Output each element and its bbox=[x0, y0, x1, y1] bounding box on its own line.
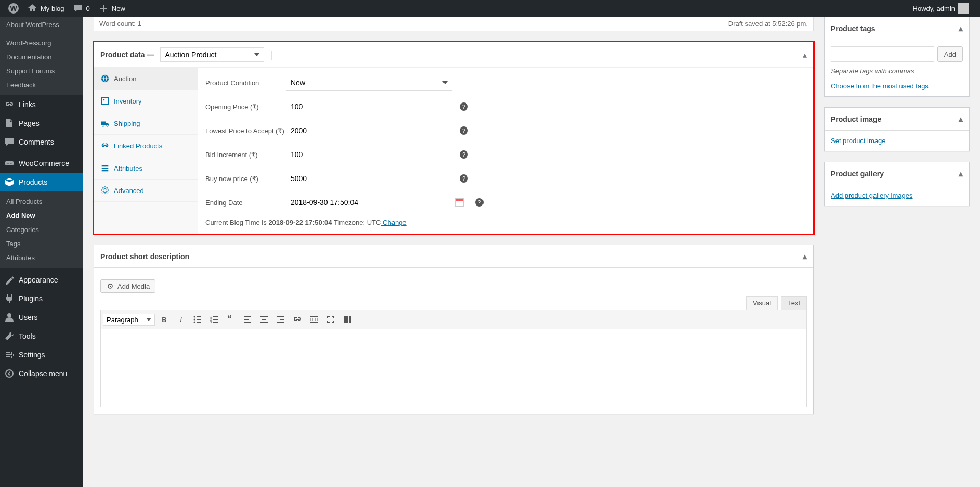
editor-tab-visual[interactable]: Visual bbox=[746, 296, 778, 310]
tab-attributes[interactable]: Attributes bbox=[94, 157, 198, 179]
image-title: Product image bbox=[831, 115, 881, 123]
menu-about-wordpress[interactable]: About WordPress bbox=[0, 17, 83, 33]
paragraph-select[interactable]: Paragraph bbox=[103, 314, 155, 326]
tab-inventory[interactable]: Inventory bbox=[94, 90, 198, 112]
menu-settings[interactable]: Settings bbox=[0, 345, 83, 364]
fullscreen-button[interactable] bbox=[323, 312, 338, 327]
panel-toggle[interactable]: ▴ bbox=[803, 50, 807, 60]
admin-bar: W My blog 0 New Howdy, admin bbox=[0, 0, 980, 17]
settings-icon bbox=[4, 350, 15, 360]
editor-tab-text[interactable]: Text bbox=[781, 296, 807, 310]
svg-rect-0 bbox=[958, 3, 969, 14]
help-icon[interactable]: ? bbox=[475, 198, 484, 207]
svg-rect-47 bbox=[349, 321, 351, 323]
buy-now-input[interactable] bbox=[286, 171, 452, 186]
align-right-button[interactable] bbox=[273, 312, 288, 327]
comments-menu[interactable]: 0 bbox=[69, 0, 94, 17]
menu-comments[interactable]: Comments bbox=[0, 133, 83, 151]
appearance-icon bbox=[4, 275, 15, 285]
site-name-menu[interactable]: My blog bbox=[23, 0, 69, 17]
product-type-select[interactable]: Auction Product bbox=[160, 47, 264, 62]
numbered-list-button[interactable]: 123 bbox=[207, 312, 221, 327]
blockquote-button[interactable]: ❝ bbox=[224, 312, 238, 327]
submenu-tags[interactable]: Tags bbox=[0, 237, 83, 251]
submenu-add-new[interactable]: Add New bbox=[0, 209, 83, 223]
menu-users[interactable]: Users bbox=[0, 308, 83, 327]
menu-documentation[interactable]: Documentation bbox=[0, 50, 83, 64]
panel-toggle[interactable]: ▴ bbox=[803, 251, 807, 261]
italic-button[interactable]: I bbox=[174, 312, 188, 327]
link-button[interactable] bbox=[290, 312, 305, 327]
ending-date-input[interactable] bbox=[286, 195, 452, 210]
tags-hint: Separate tags with commas bbox=[831, 67, 963, 75]
comment-icon bbox=[73, 3, 83, 14]
opening-price-input[interactable] bbox=[286, 99, 452, 114]
submenu-attributes[interactable]: Attributes bbox=[0, 251, 83, 265]
tools-icon bbox=[4, 331, 15, 341]
menu-feedback[interactable]: Feedback bbox=[0, 78, 83, 92]
short-desc-title: Product short description bbox=[100, 252, 189, 261]
menu-appearance[interactable]: Appearance bbox=[0, 271, 83, 289]
svg-rect-35 bbox=[277, 322, 284, 323]
menu-woocommerce[interactable]: wooWooCommerce bbox=[0, 154, 83, 173]
panel-toggle[interactable]: ▴ bbox=[959, 23, 963, 33]
calendar-icon[interactable] bbox=[455, 198, 464, 207]
submenu-all-products[interactable]: All Products bbox=[0, 195, 83, 209]
panel-toggle[interactable]: ▴ bbox=[959, 169, 963, 178]
set-product-image-link[interactable]: Set product image bbox=[831, 137, 886, 145]
comments-count: 0 bbox=[86, 5, 90, 12]
tab-shipping[interactable]: Shipping bbox=[94, 112, 198, 134]
wp-logo-menu[interactable]: W bbox=[4, 0, 23, 17]
editor-content-area[interactable] bbox=[100, 329, 807, 407]
svg-rect-31 bbox=[262, 319, 266, 320]
svg-rect-21 bbox=[213, 316, 218, 317]
my-account-menu[interactable]: Howdy, admin bbox=[909, 0, 976, 17]
tab-auction[interactable]: Auction bbox=[94, 68, 198, 89]
insert-more-button[interactable] bbox=[307, 312, 321, 327]
svg-point-9 bbox=[107, 125, 109, 127]
tab-linked-products[interactable]: Linked Products bbox=[94, 135, 198, 157]
help-icon[interactable]: ? bbox=[460, 126, 468, 135]
auction-panel: Product Condition New Opening Price (₹) … bbox=[198, 68, 813, 234]
submenu-categories[interactable]: Categories bbox=[0, 223, 83, 237]
menu-wordpress-org[interactable]: WordPress.org bbox=[0, 36, 83, 50]
add-tag-button[interactable]: Add bbox=[937, 46, 963, 62]
tab-advanced[interactable]: Advanced bbox=[94, 180, 198, 201]
tag-input[interactable] bbox=[831, 46, 934, 62]
svg-rect-11 bbox=[102, 168, 109, 169]
change-timezone-link[interactable]: Change bbox=[381, 219, 406, 226]
choose-tags-link[interactable]: Choose from the most used tags bbox=[831, 82, 929, 90]
condition-select[interactable]: New bbox=[286, 75, 452, 91]
menu-collapse[interactable]: Collapse menu bbox=[0, 364, 83, 383]
help-icon[interactable]: ? bbox=[460, 150, 468, 159]
menu-pages[interactable]: Pages bbox=[0, 114, 83, 133]
menu-plugins[interactable]: Plugins bbox=[0, 289, 83, 308]
add-gallery-images-link[interactable]: Add product gallery images bbox=[831, 191, 913, 199]
lowest-price-input[interactable] bbox=[286, 123, 452, 138]
panel-toggle[interactable]: ▴ bbox=[959, 114, 963, 124]
admin-menu: About WordPress WordPress.org Documentat… bbox=[0, 17, 83, 445]
add-media-button[interactable]: Add Media bbox=[100, 279, 155, 293]
bid-increment-input[interactable] bbox=[286, 147, 452, 162]
bold-button[interactable]: B bbox=[157, 312, 172, 327]
product-gallery-panel: Product gallery▴ Add product gallery ima… bbox=[824, 162, 970, 206]
menu-support-forums[interactable]: Support Forums bbox=[0, 64, 83, 78]
align-left-button[interactable] bbox=[240, 312, 255, 327]
svg-rect-34 bbox=[280, 319, 284, 320]
svg-rect-43 bbox=[346, 318, 348, 321]
menu-products[interactable]: Products bbox=[0, 173, 83, 191]
svg-rect-38 bbox=[310, 322, 318, 323]
wordcount-bar: Word count: 1 Draft saved at 5:52:26 pm. bbox=[94, 17, 814, 31]
inventory-icon bbox=[100, 96, 110, 106]
help-icon[interactable]: ? bbox=[460, 174, 468, 183]
toolbar-toggle-button[interactable] bbox=[340, 312, 355, 327]
new-content-menu[interactable]: New bbox=[94, 0, 129, 17]
blog-time-footnote: Current Blog Time is 2018-09-22 17:50:04… bbox=[205, 219, 806, 226]
menu-tools[interactable]: Tools bbox=[0, 327, 83, 345]
product-data-panel: Product data — Auction Product | ▴ Aucti… bbox=[94, 42, 814, 234]
bullet-list-button[interactable] bbox=[190, 312, 205, 327]
align-center-button[interactable] bbox=[257, 312, 271, 327]
svg-rect-15 bbox=[197, 316, 201, 317]
help-icon[interactable]: ? bbox=[460, 102, 468, 111]
menu-links[interactable]: Links bbox=[0, 95, 83, 114]
